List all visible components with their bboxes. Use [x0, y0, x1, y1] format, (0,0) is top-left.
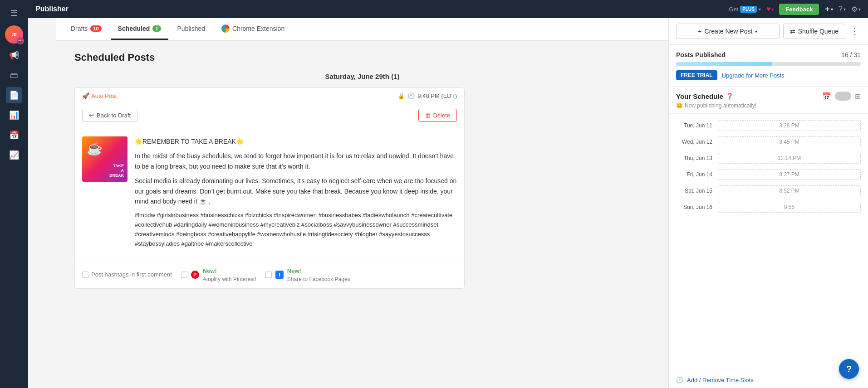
get-plus-label: Get PLUS ▾: [729, 6, 761, 13]
plus-badge[interactable]: PLUS: [740, 6, 757, 13]
app-title: Publisher: [35, 5, 69, 13]
pinterest-icon: P: [191, 271, 199, 279]
facebook-icon: f: [275, 271, 284, 279]
your-schedule-section: Your Schedule ❓ 📅 ⊞ 😊 Now publishing aut…: [669, 87, 868, 114]
shuffle-queue-button[interactable]: ⇄ Shuffle Queue: [783, 24, 845, 39]
facebook-feature[interactable]: f New! Share to Facebook Pages: [265, 267, 350, 283]
pinterest-new-badge: New!: [203, 267, 217, 274]
plus-chevron[interactable]: ▾: [759, 7, 761, 12]
sidebar-icon-megaphone[interactable]: 📢: [6, 47, 22, 63]
calendar-icon[interactable]: 📅: [822, 92, 831, 101]
post-headline: 🌟REMEMBER TO TAKE A BREAK🌟: [135, 136, 457, 146]
schedule-row-4: Sat, Jun 15 8:52 PM: [669, 183, 868, 199]
tab-scheduled[interactable]: Scheduled 1: [111, 19, 168, 40]
help-bubble[interactable]: ?: [839, 359, 859, 379]
schedule-list: Tue, Jun 11 3:28 PM Wed, Jun 12 3:45 PM …: [669, 114, 868, 372]
facebook-label: Share to Facebook Pages: [287, 276, 350, 282]
post-image-text: TAKEABREAK: [109, 164, 124, 178]
add-remove-time-slots[interactable]: 🕐 Add / Remove Time Slots: [669, 372, 868, 388]
back-arrow-icon: ↩: [89, 112, 94, 119]
facebook-new-badge: New!: [287, 267, 301, 274]
delete-button[interactable]: 🗑 Delete: [418, 109, 457, 122]
shuffle-icon: ⇄: [790, 28, 795, 35]
schedule-date-4: Sat, Jun 15: [676, 188, 712, 194]
gear-button[interactable]: ⚙ ▾: [851, 5, 861, 14]
post-card: 🚀 Auto Post 🔒 🕙 9:48 PM (EDT) ↩ Back to …: [74, 87, 465, 289]
schedule-time-4[interactable]: 8:52 PM: [718, 185, 861, 196]
chrome-icon: [221, 24, 230, 33]
schedule-time-2[interactable]: 12:14 PM: [718, 153, 861, 164]
heart-button[interactable]: ♥ ▾: [766, 5, 774, 13]
auto-publish-label: 😊 Now publishing automatically!: [676, 102, 861, 109]
hashtag-checkbox[interactable]: [82, 272, 88, 278]
rocket-icon: 🚀: [82, 92, 89, 99]
schedule-time-0[interactable]: 3:28 PM: [718, 120, 861, 131]
your-schedule-header: Your Schedule ❓ 📅 ⊞: [676, 92, 861, 101]
help-button[interactable]: ? ▾: [839, 5, 846, 13]
page-title: Scheduled Posts: [74, 52, 650, 63]
post-para2: Social media is already dominating our l…: [135, 176, 457, 206]
schedule-date-0: Tue, Jun 11: [676, 122, 712, 129]
tab-published[interactable]: Published: [170, 19, 213, 40]
back-to-draft-button[interactable]: ↩ Back to Draft: [82, 109, 137, 122]
topnav-right: Get PLUS ▾ ♥ ▾ Feedback + ▾ ? ▾ ⚙ ▾: [729, 4, 861, 15]
post-image: ☕ TAKEABREAK: [82, 136, 128, 182]
hamburger-menu[interactable]: ☰: [0, 5, 28, 22]
coffee-cup-icon: ☕: [87, 141, 103, 156]
scheduled-count-badge: 1: [152, 25, 161, 32]
post-card-top: 🚀 Auto Post 🔒 🕙 9:48 PM (EDT): [75, 88, 464, 104]
schedule-row-5: Sun, Jun 16 9:55: [669, 199, 868, 215]
schedule-time-5[interactable]: 9:55: [718, 202, 861, 213]
help-circle-icon[interactable]: ❓: [726, 93, 733, 100]
sidebar-icon-cards[interactable]: 🗃: [6, 67, 22, 83]
tab-chrome-extension[interactable]: Chrome Extension: [214, 18, 292, 40]
post-actions-bar: ↩ Back to Draft 🗑 Delete: [75, 104, 464, 129]
posts-published-header: Posts Published 16 / 31: [676, 51, 861, 58]
upgrade-link[interactable]: Upgrade for More Posts: [722, 72, 785, 79]
sidebar-icon-analytics[interactable]: 📊: [6, 107, 22, 123]
create-new-post-button[interactable]: + Create New Post ▾: [676, 24, 780, 39]
sidebar-icon-publisher[interactable]: 📄: [6, 87, 22, 103]
drafts-count-badge: 10: [90, 25, 101, 32]
trash-icon: 🗑: [425, 112, 431, 119]
schedule-date-3: Fri, Jun 14: [676, 171, 712, 178]
auto-publish-toggle[interactable]: [835, 92, 851, 101]
progress-bar-bg: [676, 62, 861, 66]
schedule-time-3[interactable]: 8:37 PM: [718, 169, 861, 180]
pinterest-checkbox[interactable]: [181, 272, 187, 278]
free-trial-badge: FREE TRIAL: [676, 70, 717, 80]
post-hashtags: #lmbdw #girlsinbusiness #businesschicks …: [135, 211, 457, 248]
hashtag-comment-option[interactable]: Post hashtags in first comment: [82, 271, 172, 278]
auto-post-label: 🚀 Auto Post: [82, 92, 117, 99]
feedback-button[interactable]: Feedback: [779, 4, 819, 15]
schedule-controls: 📅 ⊞: [822, 92, 861, 101]
posts-published-count: 16 / 31: [841, 51, 861, 58]
add-button[interactable]: + ▾: [824, 4, 833, 15]
schedule-date-1: Wed, Jun 12: [676, 139, 712, 145]
progress-bar-fill: [676, 62, 772, 66]
schedule-row-2: Thu, Jun 13 12:14 PM: [669, 150, 868, 166]
schedule-date-2: Thu, Jun 13: [676, 155, 712, 161]
schedule-row-3: Fri, Jun 14 8:37 PM: [669, 166, 868, 183]
post-para1: In the midst of the busy schedules, we t…: [135, 151, 457, 171]
post-time: 🔒 🕙 9:48 PM (EDT): [398, 92, 457, 99]
lock-icon: 🔒: [398, 93, 405, 99]
content-area: Drafts 10 Scheduled 1 Published Chrome E…: [56, 18, 668, 388]
grid-icon[interactable]: ⊞: [855, 92, 861, 101]
tab-drafts[interactable]: Drafts 10: [64, 19, 109, 40]
create-post-chevron: ▾: [755, 29, 757, 34]
upgrade-section: FREE TRIAL Upgrade for More Posts: [676, 70, 861, 80]
facebook-checkbox[interactable]: [265, 272, 272, 278]
pinterest-label: Amplify with Pinterest!: [203, 276, 256, 282]
your-schedule-title: Your Schedule ❓: [676, 92, 733, 100]
sidebar-icon-calendar[interactable]: 📅: [6, 127, 22, 143]
clock-icon: 🕙: [407, 92, 415, 99]
instagram-badge: 📷: [17, 37, 24, 44]
account-avatar[interactable]: JB 📷: [5, 25, 23, 44]
schedule-date-5: Sun, Jun 16: [676, 204, 712, 210]
more-options-button[interactable]: ⋮: [849, 24, 861, 38]
schedule-time-1[interactable]: 3:45 PM: [718, 136, 861, 147]
sidebar-icon-chart[interactable]: 📈: [6, 147, 22, 163]
posts-published-section: Posts Published 16 / 31 FREE TRIAL Upgra…: [669, 45, 868, 87]
pinterest-feature[interactable]: P New! Amplify with Pinterest!: [181, 267, 256, 283]
